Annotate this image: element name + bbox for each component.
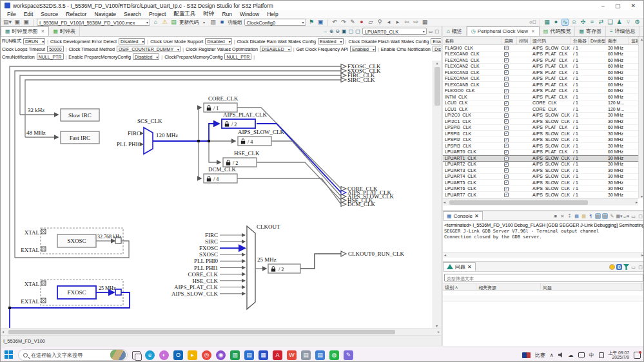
table-row[interactable]: FLEXCAN3_CLKAIPS_PLAT_CLK/ 160 MHz — [443, 70, 638, 76]
table-row[interactable]: LCU1_CLKCORE_CLK/ 1120 M... — [443, 106, 638, 113]
tab-console[interactable]: ▦ Console ✕ — [443, 211, 483, 220]
update-code-button[interactable]: 更新代码 — [179, 19, 199, 26]
onedrive-icon[interactable]: ☁ — [569, 352, 574, 358]
perspective-ivt-icon[interactable]: ⇄ — [598, 19, 605, 26]
enable-checkbox[interactable] — [504, 101, 509, 106]
table-vertical-scrollbar[interactable]: ▴▾ — [638, 37, 644, 198]
table-row[interactable]: FLEXCAN1_CLKAIPS_PLAT_CLK/ 160 MHz — [443, 57, 638, 64]
news-widget-icon[interactable] — [522, 352, 531, 358]
taskbar-app-copilot[interactable]: ◐ — [159, 350, 169, 360]
table-row[interactable]: LCU0_CLKCORE_CLK/ 1120 M... — [443, 100, 638, 107]
enable-checkbox[interactable] — [504, 82, 509, 87]
word-wrap-icon[interactable]: ¶ — [588, 213, 594, 219]
taskbar-app-book[interactable]: ▤ — [301, 350, 311, 360]
taskbar-app-line[interactable]: ◍ — [329, 350, 339, 360]
remove-all-launches-icon[interactable]: ⁑ — [567, 213, 572, 219]
taskbar-app-s32ds[interactable]: ▦ — [259, 350, 268, 360]
config-select[interactable]: OSIF_COUNTER_DUMMY — [117, 46, 181, 52]
scroll-lock-icon[interactable]: ▥ — [581, 213, 587, 219]
tab-code[interactable]: ▤代码预览 — [540, 26, 576, 36]
show-stdout-icon[interactable]: ▤ — [595, 213, 601, 219]
tab-problems[interactable]: 问题 ✕ — [443, 262, 476, 271]
minimize-window-icon[interactable]: – — [601, 3, 605, 9]
maximize-window-icon[interactable]: ▢ — [615, 3, 621, 9]
taskbar-app-acrobat[interactable]: A — [273, 350, 282, 360]
perspective-peripherals-icon[interactable]: ✣ — [580, 19, 587, 26]
maximize-editor-icon[interactable]: ▢ — [434, 29, 439, 34]
tab-details[interactable]: ≡详细信息 — [606, 26, 640, 36]
config-select[interactable]: Disabled — [205, 38, 231, 44]
menu-7[interactable]: 配置工具 — [170, 10, 199, 18]
diagram-horizontal-scrollbar[interactable]: ◂▸ — [1, 328, 441, 335]
table-row[interactable]: FLASH0_CLKAIPS_SLOW_CLK/ 130 MHz — [443, 45, 638, 52]
taskbar-search-box[interactable]: 在這裡輸入文字來搜尋 — [18, 349, 128, 361]
problems-empty-row[interactable] — [443, 291, 644, 296]
close-problems-tab-icon[interactable]: ✕ — [467, 264, 472, 270]
problems-empty-row[interactable] — [443, 296, 644, 302]
column-header[interactable]: 名称 — [443, 37, 502, 44]
update-code-icon[interactable]: ▤ — [170, 19, 177, 26]
maximize-console-icon[interactable]: ▢ — [638, 213, 643, 219]
perspective-sync-icon[interactable]: ⑂ — [625, 19, 632, 26]
quickfix-icon[interactable] — [609, 264, 615, 270]
menu-2[interactable]: Source — [37, 11, 62, 17]
volume-icon[interactable] — [558, 352, 564, 357]
display-console-icon[interactable]: ▦▾ — [616, 213, 622, 219]
enable-checkbox[interactable] — [504, 70, 509, 75]
notes-icon[interactable] — [599, 352, 604, 358]
minimize-console-icon[interactable]: ▭ — [630, 213, 636, 219]
table-row[interactable]: LPSPI2_CLKAIPS_SLOW_CLK/ 130 MHz — [443, 137, 638, 144]
enable-checkbox[interactable] — [504, 193, 509, 197]
config-input[interactable]: NULL_PTR — [224, 53, 251, 60]
network-icon[interactable] — [578, 352, 585, 357]
new-view-icon[interactable]: ▦ — [422, 19, 429, 26]
enable-checkbox[interactable] — [504, 52, 509, 57]
perspective-dcd-icon[interactable]: ≡ — [589, 19, 596, 26]
console-output[interactable]: SEGGER J-Link GDB Server V7.96l - Termin… — [443, 229, 644, 252]
update-code-dropdown-icon[interactable]: ▾ — [200, 19, 208, 26]
perspective-pins-icon[interactable]: ⍾ — [571, 19, 578, 26]
taskbar-app-file-explorer[interactable]: ▸ — [188, 350, 197, 360]
table-row[interactable]: FLEXIO0_CLKAIPS_PLAT_CLK/ 160 MHz — [443, 88, 638, 95]
enable-checkbox[interactable] — [504, 77, 509, 81]
record-icon[interactable]: ● — [358, 19, 366, 26]
enable-checkbox[interactable] — [504, 144, 509, 148]
editor-tab[interactable]: ▦时钟表 — [49, 26, 80, 36]
table-row[interactable]: LPI2C0_CLKAIPS_SLOW_CLK/ 130 MHz — [443, 113, 638, 119]
pin-view-icon[interactable]: ▣ — [317, 19, 324, 26]
config-select[interactable]: Disabled — [433, 46, 441, 52]
table-row[interactable]: LPUART3_CLKAIPS_SLOW_CLK/ 130 MHz — [443, 167, 638, 174]
open-console-icon[interactable]: ▱▾ — [623, 213, 629, 219]
table-row[interactable]: LPI2C1_CLKAIPS_SLOW_CLK/ 130 MHz — [443, 119, 638, 125]
next-annotation-icon[interactable]: ▸ — [395, 19, 402, 26]
table-row[interactable]: LPSPI0_CLKAIPS_PLAT_CLK/ 160 MHz — [443, 125, 638, 131]
annotation-icon[interactable]: ✎ — [349, 19, 356, 26]
menu-8[interactable]: 时钟 — [199, 10, 218, 18]
news-widget-label[interactable]: 比赛 — [535, 352, 545, 359]
clkout-mux[interactable]: CLKOUT 25 MHz / 2 CLKOUT0_RUN_CLK — [247, 224, 404, 309]
enable-checkbox[interactable] — [504, 95, 509, 99]
table-row[interactable]: LPUART7_CLKAIPS_SLOW_CLK/ 130 MHz — [443, 192, 638, 198]
enable-checkbox[interactable] — [504, 131, 509, 136]
table-row[interactable]: FLEXCAN4_CLKAIPS_PLAT_CLK/ 160 MHz — [443, 76, 638, 82]
perspective-debug-icon[interactable]: ● — [552, 19, 560, 26]
mex-file-combo[interactable]: I_5536M_FD_V100/I_5536M_FD_V100.mex — [37, 19, 150, 26]
enable-checkbox[interactable] — [504, 107, 509, 111]
fit-diagram-icon[interactable]: ▣ — [342, 29, 347, 34]
taskbar-app-wps[interactable]: W — [287, 350, 297, 360]
remove-launch-icon[interactable]: ✕ — [560, 213, 565, 219]
close-tab-icon[interactable]: ✕ — [531, 29, 535, 34]
save-icon[interactable]: ▣ — [14, 19, 21, 26]
maximize-problems-icon[interactable]: ▢ — [638, 264, 643, 270]
perspective-gear-icon[interactable]: ⚙ — [634, 19, 641, 26]
console-scrollbar[interactable]: ◂▸ — [443, 252, 644, 258]
table-row[interactable]: LPUART6_CLKAIPS_SLOW_CLK/ 130 MHz — [443, 186, 638, 193]
enable-checkbox[interactable] — [504, 175, 509, 179]
menu-5[interactable]: Search — [120, 11, 145, 17]
clock-diagram-canvas[interactable]: FXOSC_CLKSXOSC_CLKFIRC_CLKSIRC_CLKCORE_C… — [1, 61, 433, 328]
table-horizontal-scrollbar[interactable]: ◂▸ — [443, 198, 638, 205]
config-select[interactable]: Disabled — [133, 53, 159, 60]
zoom-in-icon[interactable]: ⊕ — [329, 29, 334, 34]
enable-checkbox[interactable] — [504, 119, 509, 124]
tab-registers[interactable]: ▦寄存器 — [575, 26, 606, 36]
